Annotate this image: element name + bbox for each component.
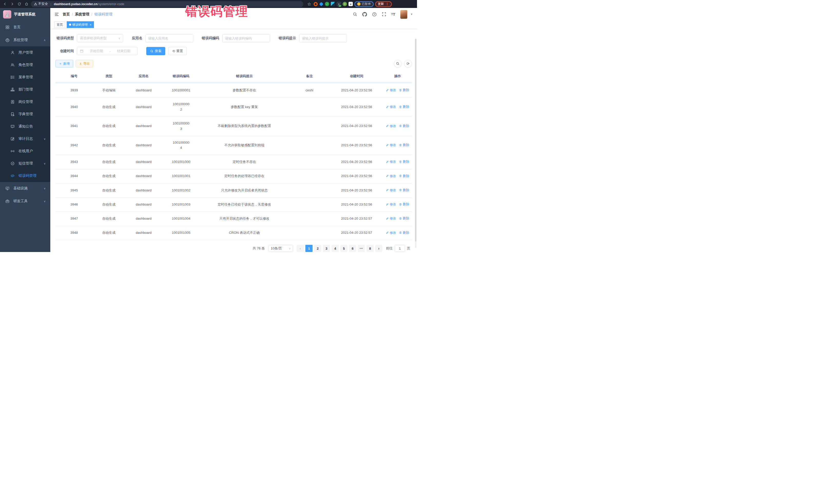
fullscreen-icon[interactable] <box>382 12 386 17</box>
edit-link[interactable]: 修改 <box>386 216 396 221</box>
delete-link[interactable]: 删除 <box>399 104 409 109</box>
sidebar-item-online-users[interactable]: 在线用户 <box>0 145 50 157</box>
page-button-2[interactable]: 2 <box>314 245 321 252</box>
delete-link[interactable]: 删除 <box>399 216 409 221</box>
sidebar-item-system-management[interactable]: 系统管理∧ <box>0 34 50 46</box>
edit-link[interactable]: 修改 <box>386 104 396 109</box>
insecure-warning[interactable]: 不安全 <box>34 2 48 6</box>
goto-page-input[interactable] <box>395 245 405 252</box>
refresh-icon: ⟳ <box>407 62 410 66</box>
address-bar[interactable]: 不安全 | dashboard.yudao.iocoder.cn/system/… <box>31 1 303 7</box>
green-check-extension-icon[interactable]: ✓ <box>325 2 329 6</box>
sidebar-item-dept-management[interactable]: 部门管理 <box>0 83 50 96</box>
user-avatar[interactable] <box>400 10 407 19</box>
bookmark-star-icon[interactable] <box>306 1 312 7</box>
page-button-4[interactable]: 4 <box>332 245 339 252</box>
tab-paused-badge[interactable]: 已暂停 <box>354 1 374 7</box>
sidebar-item-home[interactable]: 首页 <box>0 21 50 34</box>
select-chevron-down-icon: ∨ <box>118 37 120 40</box>
edit-link[interactable]: 修改 <box>386 174 396 179</box>
row-remark <box>289 226 330 240</box>
sidebar-item-role-management[interactable]: 角色管理 <box>0 59 50 71</box>
edit-link[interactable]: 修改 <box>386 143 396 148</box>
header-search-icon[interactable] <box>353 12 357 17</box>
sidebar-item-infrastructure[interactable]: 基础设施∨ <box>0 182 50 195</box>
tag-error-code-management[interactable]: 错误码管理 × <box>67 21 94 28</box>
page-button-6[interactable]: 6 <box>349 245 356 252</box>
delete-link[interactable]: 删除 <box>399 202 409 207</box>
switch-on-extension-icon[interactable]: ≡on <box>337 2 341 6</box>
delete-link[interactable]: 删除 <box>399 124 409 129</box>
row-error-code: 1001001004 <box>162 212 200 226</box>
pager-ellipsis[interactable]: ••• <box>358 245 365 252</box>
sidebar-item-notice-announcement[interactable]: 通知公告 <box>0 120 50 133</box>
url-path: /system/error-code <box>97 2 124 6</box>
error-hint-input[interactable] <box>299 34 347 42</box>
cyan-grid-extension-icon[interactable] <box>331 2 335 6</box>
content-scrollbar[interactable] <box>415 39 416 248</box>
error-type-placeholder: 请选择错误码类型 <box>80 36 107 41</box>
page-button-1[interactable]: 1 <box>305 245 312 252</box>
delete-link[interactable]: 删除 <box>399 88 409 93</box>
search-button[interactable]: 搜索 <box>146 47 165 55</box>
github-icon[interactable] <box>363 12 367 17</box>
row-id: 3939 <box>56 83 93 97</box>
delete-link[interactable]: 删除 <box>399 230 409 235</box>
browser-home-icon[interactable] <box>24 1 29 7</box>
tag-home[interactable]: 首页 <box>54 21 65 28</box>
font-size-icon[interactable]: TT <box>391 12 395 16</box>
hamburger-icon[interactable] <box>54 12 59 17</box>
next-page-button[interactable]: › <box>375 245 382 252</box>
help-icon[interactable]: ? <box>372 12 377 17</box>
delete-link[interactable]: 删除 <box>399 143 409 148</box>
column-header: 编号 <box>56 70 93 82</box>
blue-gem-extension-icon[interactable] <box>319 2 324 6</box>
calendar-icon <box>80 49 83 53</box>
browser-back-icon[interactable] <box>2 1 8 7</box>
export-button[interactable]: 导出 <box>76 60 93 67</box>
sidebar-item-audit-log[interactable]: 审计日志∨ <box>0 133 50 145</box>
orange-ring-extension-icon[interactable] <box>313 2 318 6</box>
browser-update-button[interactable]: 更新 ⋮ <box>375 1 392 7</box>
page-button-8[interactable]: 8 <box>367 245 374 252</box>
sidebar-item-post-management[interactable]: 岗位管理 <box>0 96 50 108</box>
edit-link[interactable]: 修改 <box>386 88 396 93</box>
reset-button[interactable]: ⟲ 重置 <box>168 47 187 55</box>
edit-link[interactable]: 修改 <box>386 188 396 193</box>
refresh-table-button[interactable]: ⟳ <box>404 60 412 67</box>
white-puzzle-extension-icon[interactable]: ◆ <box>349 2 353 6</box>
green-key-extension-icon[interactable]: ⚲ <box>343 2 347 6</box>
avatar-caret-down-icon[interactable]: ▼ <box>410 13 413 16</box>
create-time-range-picker[interactable]: 开始日期 - 结束日期 <box>77 47 137 55</box>
edit-link[interactable]: 修改 <box>386 202 396 207</box>
delete-link[interactable]: 删除 <box>399 174 409 179</box>
sidebar-item-menu-management[interactable]: 菜单管理 <box>0 71 50 83</box>
row-type: 自动生成 <box>93 136 125 155</box>
add-button[interactable]: ＋ 新增 <box>56 60 73 67</box>
breadcrumb-item[interactable]: 首页 <box>63 12 70 17</box>
browser-menu-kebab-icon[interactable]: ⋮ <box>386 2 389 6</box>
edit-link[interactable]: 修改 <box>386 230 396 235</box>
app-logo-row[interactable]: 🐰 芋道管理系统 <box>0 8 50 21</box>
delete-link[interactable]: 删除 <box>399 188 409 193</box>
app-name-input[interactable] <box>146 34 193 42</box>
sidebar-item-sms-management[interactable]: 短信管理∨ <box>0 157 50 170</box>
breadcrumb-item[interactable]: 系统管理 <box>75 12 89 17</box>
sidebar-item-dict-management[interactable]: 字典管理 <box>0 108 50 120</box>
sidebar-item-user-management[interactable]: 用户管理 <box>0 46 50 59</box>
prev-page-button[interactable]: ‹ <box>297 245 304 252</box>
tag-close-icon[interactable]: × <box>90 23 92 26</box>
error-code-input[interactable] <box>222 34 270 42</box>
page-button-5[interactable]: 5 <box>340 245 348 252</box>
sidebar-item-error-code-management[interactable]: 错误码管理 <box>0 170 50 182</box>
page-button-3[interactable]: 3 <box>323 245 330 252</box>
delete-link[interactable]: 删除 <box>399 159 409 164</box>
error-type-select[interactable]: 请选择错误码类型 ∨ <box>77 34 123 42</box>
toggle-search-button[interactable] <box>394 60 402 67</box>
page-size-select[interactable]: 10条/页 ∨ <box>268 245 293 252</box>
edit-link[interactable]: 修改 <box>386 159 396 164</box>
edit-link[interactable]: 修改 <box>386 124 396 129</box>
browser-forward-icon[interactable] <box>9 1 15 7</box>
sidebar-item-dev-tools[interactable]: 研发工具∨ <box>0 195 50 207</box>
browser-reload-icon[interactable] <box>17 1 22 7</box>
